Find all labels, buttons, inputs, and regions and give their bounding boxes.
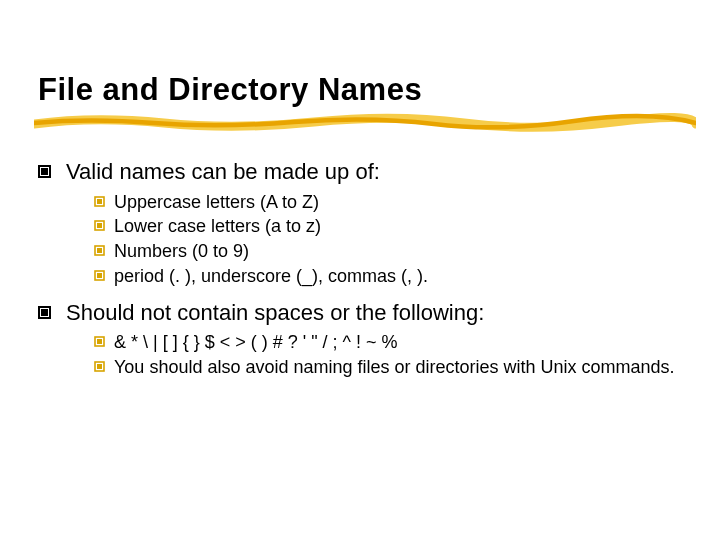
bullet-level1: Valid names can be made up of: (38, 158, 682, 186)
svg-rect-9 (97, 273, 102, 278)
bullet-text: Numbers (0 to 9) (114, 239, 682, 264)
svg-rect-11 (41, 309, 48, 316)
title-underline-decoration (34, 112, 696, 134)
bullet-text: Should not contain spaces or the followi… (66, 299, 682, 327)
svg-rect-1 (41, 168, 48, 175)
bullet-text: & * \ | [ ] { } $ < > ( ) # ? ' " / ; ^ … (114, 330, 682, 355)
sublist: Uppercase letters (A to Z) Lower case le… (94, 190, 682, 289)
bullet-text: Uppercase letters (A to Z) (114, 190, 682, 215)
square-bullet-icon (94, 355, 114, 378)
sublist: & * \ | [ ] { } $ < > ( ) # ? ' " / ; ^ … (94, 330, 682, 380)
svg-rect-5 (97, 223, 102, 228)
bullet-level2: period (. ), underscore (_), commas (, )… (94, 264, 682, 289)
square-bullet-icon (94, 214, 114, 237)
bullet-text: Lower case letters (a to z) (114, 214, 682, 239)
slide-title: File and Directory Names (38, 72, 422, 108)
slide: File and Directory Names Valid names can… (0, 0, 720, 540)
square-bullet-icon (94, 190, 114, 213)
svg-rect-3 (97, 199, 102, 204)
square-bullet-icon (94, 330, 114, 353)
square-bullet-icon (38, 299, 66, 325)
svg-rect-7 (97, 248, 102, 253)
square-bullet-icon (38, 158, 66, 184)
bullet-level2: Uppercase letters (A to Z) (94, 190, 682, 215)
bullet-text: Valid names can be made up of: (66, 158, 682, 186)
content-area: Valid names can be made up of: Uppercase… (38, 152, 682, 390)
bullet-level2: & * \ | [ ] { } $ < > ( ) # ? ' " / ; ^ … (94, 330, 682, 355)
bullet-level2: Numbers (0 to 9) (94, 239, 682, 264)
svg-rect-13 (97, 339, 102, 344)
bullet-text: period (. ), underscore (_), commas (, )… (114, 264, 682, 289)
bullet-level2: Lower case letters (a to z) (94, 214, 682, 239)
bullet-text: You should also avoid naming files or di… (114, 355, 682, 380)
square-bullet-icon (94, 239, 114, 262)
svg-rect-15 (97, 364, 102, 369)
bullet-level1: Should not contain spaces or the followi… (38, 299, 682, 327)
bullet-level2: You should also avoid naming files or di… (94, 355, 682, 380)
square-bullet-icon (94, 264, 114, 287)
